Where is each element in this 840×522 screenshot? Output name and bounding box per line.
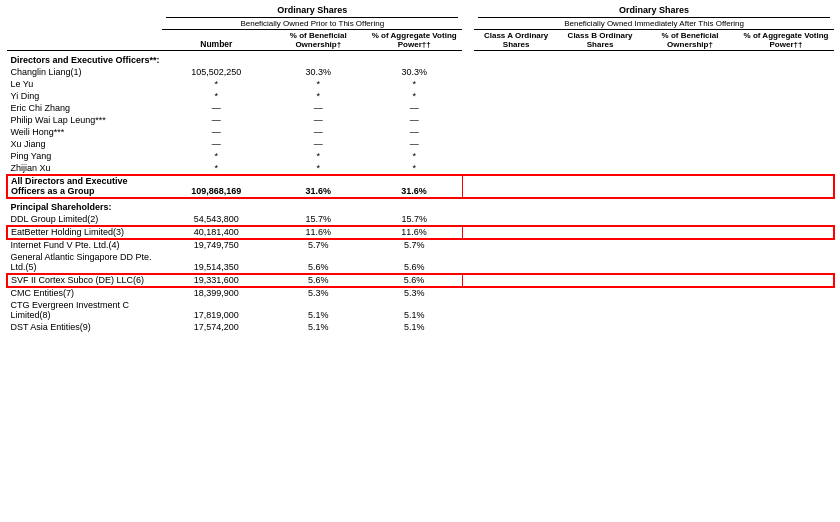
row-cell: 5.7% <box>270 239 366 252</box>
row-cell: * <box>162 162 270 175</box>
row-cell: * <box>270 78 366 90</box>
row-cell: 11.6% <box>270 226 366 239</box>
row-cell <box>642 299 738 321</box>
row-cell: 5.1% <box>366 299 462 321</box>
col-pct-voting: % of Aggregate Voting Power†† <box>366 30 462 51</box>
row-name: Internet Fund V Pte. Ltd.(4) <box>7 239 163 252</box>
row-cell: 30.3% <box>366 66 462 78</box>
row-cell <box>642 138 738 150</box>
row-cell <box>474 90 558 102</box>
col-class-a: Class A Ordinary Shares <box>474 30 558 51</box>
row-cell: — <box>270 138 366 150</box>
row-cell <box>474 287 558 300</box>
row-cell: * <box>366 78 462 90</box>
row-cell <box>558 321 642 333</box>
spacer-cell <box>462 321 474 333</box>
table-row: EatBetter Holding Limited(3)40,181,40011… <box>7 226 835 239</box>
right-group-header: Ordinary Shares Beneficially Owned Immed… <box>474 4 834 30</box>
row-cell <box>558 226 642 239</box>
table-row: Yi Ding*** <box>7 90 835 102</box>
row-cell <box>558 150 642 162</box>
row-cell: — <box>162 126 270 138</box>
row-cell <box>738 102 834 114</box>
row-cell <box>642 251 738 274</box>
spacer-header <box>462 4 474 51</box>
row-cell <box>558 90 642 102</box>
row-cell: 17,574,200 <box>162 321 270 333</box>
row-cell <box>474 126 558 138</box>
table-row: CTG Evergreen Investment C Limited(8)17,… <box>7 299 835 321</box>
row-cell: — <box>270 102 366 114</box>
row-cell: 30.3% <box>270 66 366 78</box>
row-cell: * <box>270 150 366 162</box>
table-row: DDL Group Limited(2)54,543,80015.7%15.7% <box>7 213 835 226</box>
row-cell <box>642 66 738 78</box>
table-row: DST Asia Entities(9)17,574,2005.1%5.1% <box>7 321 835 333</box>
row-cell <box>738 226 834 239</box>
row-cell <box>738 321 834 333</box>
row-cell: 5.3% <box>270 287 366 300</box>
row-cell <box>558 239 642 252</box>
row-cell <box>558 213 642 226</box>
row-cell: * <box>366 90 462 102</box>
row-cell <box>558 114 642 126</box>
main-container: Ordinary Shares Beneficially Owned Prior… <box>0 0 840 337</box>
row-cell <box>642 114 738 126</box>
row-name: Weili Hong*** <box>7 126 163 138</box>
spacer-cell <box>462 78 474 90</box>
spacer-cell <box>462 138 474 150</box>
spacer-cell <box>462 251 474 274</box>
row-cell: 31.6% <box>270 175 366 198</box>
row-cell <box>738 90 834 102</box>
row-cell: — <box>162 102 270 114</box>
spacer-cell <box>462 299 474 321</box>
row-cell: 5.1% <box>270 321 366 333</box>
row-name: Philip Wai Lap Leung*** <box>7 114 163 126</box>
row-cell: * <box>270 162 366 175</box>
row-name: All Directors and Executive Officers as … <box>7 175 163 198</box>
row-cell: 15.7% <box>270 213 366 226</box>
row-cell <box>474 299 558 321</box>
row-name: DST Asia Entities(9) <box>7 321 163 333</box>
left-group-header: Ordinary Shares Beneficially Owned Prior… <box>162 4 462 30</box>
col-pct-beneficial: % of Beneficial Ownership† <box>270 30 366 51</box>
spacer-cell <box>462 287 474 300</box>
row-cell <box>558 274 642 287</box>
row-cell: * <box>366 162 462 175</box>
table-row: Ping Yang*** <box>7 150 835 162</box>
section-header-row: Principal Shareholders: <box>7 198 835 214</box>
row-name: Xu Jiang <box>7 138 163 150</box>
row-cell <box>738 150 834 162</box>
row-cell <box>474 78 558 90</box>
row-cell <box>738 78 834 90</box>
ownership-table: Ordinary Shares Beneficially Owned Prior… <box>6 4 834 333</box>
row-cell <box>642 126 738 138</box>
row-cell <box>474 150 558 162</box>
row-cell: 5.6% <box>366 274 462 287</box>
row-cell: 19,514,350 <box>162 251 270 274</box>
row-cell: 5.3% <box>366 287 462 300</box>
row-cell: — <box>162 138 270 150</box>
row-cell <box>738 287 834 300</box>
row-name: Zhijian Xu <box>7 162 163 175</box>
row-cell <box>642 78 738 90</box>
row-cell <box>558 138 642 150</box>
row-cell: 5.6% <box>366 251 462 274</box>
spacer-cell <box>462 239 474 252</box>
row-cell <box>642 287 738 300</box>
spacer-cell <box>462 226 474 239</box>
row-name: Yi Ding <box>7 90 163 102</box>
row-name: DDL Group Limited(2) <box>7 213 163 226</box>
row-name: SVF II Cortex Subco (DE) LLC(6) <box>7 274 163 287</box>
row-name: Ping Yang <box>7 150 163 162</box>
row-cell: 5.1% <box>270 299 366 321</box>
row-cell <box>558 251 642 274</box>
row-cell <box>738 175 834 198</box>
row-name: CTG Evergreen Investment C Limited(8) <box>7 299 163 321</box>
row-cell <box>738 114 834 126</box>
table-row: Le Yu*** <box>7 78 835 90</box>
row-cell <box>558 175 642 198</box>
section-header-label: Directors and Executive Officers**: <box>7 51 738 67</box>
row-cell: 19,331,600 <box>162 274 270 287</box>
spacer-cell <box>462 66 474 78</box>
